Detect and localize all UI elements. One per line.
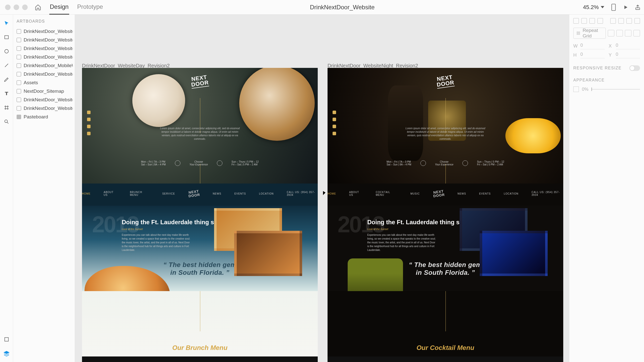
properties-panel: Repeat Grid W0 X0 H0 Y0 RESPONSIVE RESIZ… <box>569 15 644 362</box>
responsive-resize-heading: RESPONSIVE RESIZE <box>573 65 640 71</box>
layer-item-pasteboard[interactable]: Pasteboard <box>17 113 73 121</box>
artboard-icon <box>17 106 21 111</box>
align-bottom-icon[interactable] <box>626 18 632 24</box>
distribute-h-icon[interactable] <box>597 18 603 24</box>
tab-prototype[interactable]: Prototype <box>77 0 104 15</box>
artboard-icon <box>17 63 21 68</box>
y-field[interactable]: Y0 <box>609 52 640 58</box>
artboard-icon <box>17 29 21 34</box>
layer-item[interactable]: DrinkNextDoor_WebsiteDay <box>17 70 73 78</box>
latte-image <box>239 68 315 141</box>
hero-night: NEXTDOOR Lorem ipsum dolor sit amet, con… <box>328 68 563 184</box>
width-field[interactable]: W0 <box>573 43 605 49</box>
transform-fields: W0 X0 H0 Y0 <box>573 43 640 58</box>
menu-section-night: Our Cocktail Menu <box>328 291 563 356</box>
boolean-subtract-icon[interactable] <box>616 30 623 36</box>
facebook-icon <box>87 118 91 121</box>
x-field[interactable]: X0 <box>609 43 640 49</box>
artboard-night[interactable]: NEXTDOOR Lorem ipsum dolor sit amet, con… <box>328 68 563 362</box>
zoom-tool-icon[interactable] <box>3 118 10 125</box>
pen-tool-icon[interactable] <box>3 76 10 83</box>
line-tool-icon[interactable] <box>3 62 10 69</box>
layer-item[interactable]: DrinkNextDoor_MobileWeb... <box>17 61 73 70</box>
social-icons <box>333 111 336 135</box>
rectangle-tool-icon[interactable] <box>3 34 10 41</box>
divider-line <box>446 291 446 331</box>
align-top-icon[interactable] <box>610 18 616 24</box>
moon-icon <box>217 160 222 166</box>
artboard-day[interactable]: NEXTDOOR Lorem ipsum dolor sit amet, con… <box>82 68 318 362</box>
appearance-heading: APPEARANCE <box>573 78 640 82</box>
opacity-slider[interactable] <box>591 89 640 89</box>
artboard-tool-icon[interactable] <box>3 104 10 111</box>
menu-section-day: Our Brunch Menu <box>82 291 318 356</box>
layer-item[interactable]: DrinkNextDoor_WebsiteDa... <box>17 27 73 36</box>
window-traffic-lights[interactable] <box>2 5 31 10</box>
social-icons <box>87 111 91 135</box>
assets-panel-icon[interactable] <box>3 336 10 343</box>
svg-point-4 <box>5 120 7 123</box>
artboard-icon <box>17 72 21 76</box>
svg-point-3 <box>5 50 8 53</box>
layers-panel-icon[interactable] <box>3 350 10 357</box>
zoom-dropdown[interactable]: 45.2% <box>581 4 606 11</box>
boolean-exclude-icon[interactable] <box>633 30 640 36</box>
bottle-image <box>388 85 423 161</box>
layer-item[interactable]: NextDoor_Sitemap <box>17 87 73 96</box>
since-section-day: 2013 Doing the Ft. Lauderdale thing sinc… <box>82 206 318 291</box>
home-icon[interactable] <box>34 3 42 12</box>
artboard-icon <box>17 80 21 85</box>
divider-line <box>200 164 200 184</box>
text-tool-icon[interactable] <box>3 90 10 97</box>
artboard-icon <box>17 55 21 59</box>
layer-item[interactable]: DrinkNextDoor_Website <box>17 104 73 113</box>
twitter-icon <box>87 125 91 128</box>
site-nav-day: HOMEABOUT USBRUNCH MENUSERVICE NEXTDOOR … <box>82 184 318 206</box>
chevron-down-icon <box>601 6 604 8</box>
align-center-h-icon[interactable] <box>581 18 587 24</box>
height-field[interactable]: H0 <box>573 52 605 58</box>
svg-rect-7 <box>579 32 580 33</box>
main-area: ARTBOARDS DrinkNextDoor_WebsiteDa... Dri… <box>0 15 644 362</box>
align-controls <box>573 18 640 24</box>
svg-rect-9 <box>579 33 580 34</box>
distribute-v-icon[interactable] <box>634 18 640 24</box>
document-title: DrinkNextDoor_Website <box>310 4 375 11</box>
align-right-icon[interactable] <box>589 18 595 24</box>
canvas[interactable]: DrinkNextDoor_WebsiteDay_Revision2 Drink… <box>75 15 569 362</box>
artboard-icon <box>17 38 21 42</box>
layer-item[interactable]: DrinkNextDoor_WebsiteIntro <box>17 53 73 61</box>
align-middle-icon[interactable] <box>618 18 624 24</box>
desktop-preview-icon[interactable] <box>621 3 630 12</box>
divider-line <box>200 291 200 331</box>
artboard-icon <box>17 89 21 94</box>
opacity-control[interactable]: 0% <box>573 86 640 92</box>
artboard-icon <box>17 46 21 51</box>
tab-design[interactable]: Design <box>49 0 69 15</box>
repeat-grid-button[interactable]: Repeat Grid <box>573 28 606 39</box>
zoom-value: 45.2% <box>583 4 599 11</box>
layer-item[interactable]: Assets <box>17 78 73 87</box>
responsive-toggle[interactable] <box>629 65 640 71</box>
layer-item[interactable]: DrinkNextDoor_WebsiteNi... <box>17 36 73 44</box>
svg-rect-5 <box>5 338 8 341</box>
select-tool-icon[interactable] <box>3 20 10 27</box>
layer-item[interactable]: DrinkNextDoor_WebsiteDa... <box>17 44 73 53</box>
since-section-night: 2013 Doing the Ft. Lauderdale thing sinc… <box>328 206 563 291</box>
svg-rect-8 <box>577 33 578 34</box>
device-preview-icon[interactable] <box>609 3 618 12</box>
ellipse-tool-icon[interactable] <box>3 48 10 55</box>
share-icon[interactable] <box>633 3 642 12</box>
svg-rect-6 <box>577 32 578 33</box>
boolean-add-icon[interactable] <box>608 30 614 36</box>
layer-item[interactable]: DrinkNextDoor_WebsiteNi... <box>17 96 73 104</box>
sun-icon <box>420 160 426 166</box>
topbar-left: Design Prototype <box>2 0 103 15</box>
layers-heading: ARTBOARDS <box>17 19 73 24</box>
moon-icon <box>462 160 468 166</box>
boolean-intersect-icon[interactable] <box>625 30 631 36</box>
mouse-cursor-icon <box>323 191 326 195</box>
align-left-icon[interactable] <box>573 18 579 24</box>
tool-rail <box>0 15 13 362</box>
instagram-icon <box>87 111 91 114</box>
